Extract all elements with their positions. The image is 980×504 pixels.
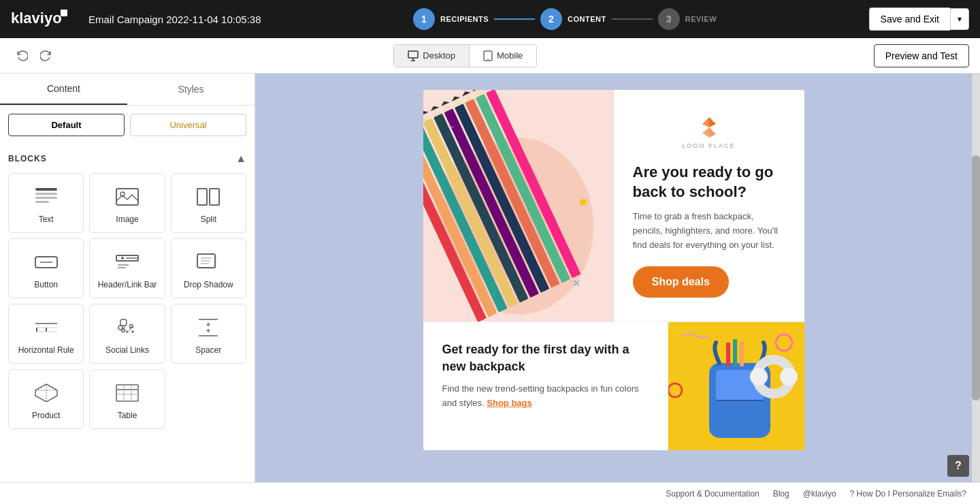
- svg-point-14: [121, 257, 124, 259]
- svg-point-6: [487, 59, 489, 60]
- svg-marker-37: [206, 322, 210, 326]
- block-spacer[interactable]: Spacer: [171, 304, 246, 364]
- svg-rect-89: [726, 343, 730, 366]
- step-3-circle: 3: [658, 8, 680, 30]
- svg-text:~: ~: [447, 120, 455, 133]
- content-area: ~ ×: [255, 74, 972, 482]
- blocks-grid: Text Image: [8, 173, 246, 429]
- save-exit-dropdown-button[interactable]: ▾: [950, 8, 969, 30]
- text-block-label: Text: [39, 215, 54, 224]
- block-text[interactable]: Text: [8, 173, 84, 233]
- scrollbar[interactable]: [972, 74, 980, 482]
- svg-rect-10: [210, 189, 219, 205]
- top-nav-actions: Save and Exit ▾: [869, 7, 969, 31]
- svg-text:×: ×: [573, 277, 581, 290]
- undo-icon: [16, 50, 28, 62]
- svg-marker-73: [450, 94, 460, 101]
- desktop-button[interactable]: Desktop: [394, 45, 469, 67]
- svg-rect-40: [116, 385, 138, 401]
- image-block-icon: [114, 185, 141, 209]
- view-toggle: Default Universal: [0, 106, 255, 144]
- blocks-header: BLOCKS ▲: [8, 153, 246, 165]
- block-button[interactable]: Button: [8, 238, 84, 298]
- svg-point-30: [131, 330, 134, 333]
- block-table[interactable]: Table: [89, 369, 165, 429]
- support-link[interactable]: Support & Documentation: [666, 489, 759, 499]
- svg-marker-71: [429, 104, 439, 111]
- sidebar-tabs: Content Styles: [0, 74, 255, 106]
- logo-text: klaviyo: [11, 8, 72, 31]
- logo-svg: [692, 114, 726, 141]
- svg-rect-1: [61, 10, 67, 16]
- svg-marker-72: [440, 99, 450, 106]
- default-view-button[interactable]: Default: [8, 114, 125, 136]
- hero-body: Time to grab a fresh backpack, pencils, …: [633, 210, 785, 252]
- main-area: Content Styles Default Universal BLOCKS …: [0, 74, 980, 482]
- block-product[interactable]: Product: [8, 369, 84, 429]
- second-heading: Get ready for the first day with a new b…: [442, 341, 649, 375]
- button-block-icon: [33, 250, 60, 274]
- shop-deals-button[interactable]: Shop deals: [633, 266, 729, 298]
- device-toggle: Desktop Mobile: [393, 44, 537, 67]
- backpack-svg: [668, 322, 804, 450]
- svg-marker-39: [206, 330, 210, 333]
- block-social-links[interactable]: Social Links: [89, 304, 165, 364]
- block-image[interactable]: Image: [89, 173, 165, 233]
- image-block-label: Image: [116, 215, 138, 224]
- hero-content: LOGO PLACE Are you ready to go back to s…: [614, 90, 804, 321]
- svg-marker-74: [460, 90, 470, 97]
- step-content: 2 CONTENT: [540, 8, 606, 30]
- step-3-label: REVIEW: [685, 15, 717, 23]
- shop-bags-link[interactable]: Shop bags: [487, 398, 532, 408]
- block-horizontal-rule[interactable]: Horizontal Rule: [8, 304, 84, 364]
- svg-text:klaviyo: klaviyo: [11, 10, 62, 27]
- mobile-button[interactable]: Mobile: [469, 45, 536, 67]
- text-block-icon: [33, 185, 60, 209]
- block-header-link-bar[interactable]: Header/Link Bar: [89, 238, 165, 298]
- help-button[interactable]: ?: [947, 455, 969, 477]
- spacer-block-label: Spacer: [195, 345, 221, 355]
- preview-test-button[interactable]: Preview and Test: [874, 44, 969, 67]
- mobile-icon: [483, 50, 493, 61]
- second-body: Find the new trend-setting backpacks in …: [442, 382, 649, 411]
- personalize-link[interactable]: ? How Do I Personalize Emails?: [850, 489, 966, 499]
- undo-redo-group: [11, 45, 57, 67]
- blog-link[interactable]: Blog: [773, 489, 789, 499]
- block-drop-shadow[interactable]: Drop Shadow: [171, 238, 246, 298]
- logo-place: LOGO PLACE: [633, 114, 785, 149]
- top-nav: klaviyo Email Campaign 2022-11-04 10:05:…: [0, 0, 980, 38]
- universal-view-button[interactable]: Universal: [130, 114, 246, 136]
- blocks-section: BLOCKS ▲ Text: [0, 144, 255, 482]
- save-exit-button[interactable]: Save and Exit: [869, 7, 950, 31]
- hr-block-label: Horizontal Rule: [18, 345, 74, 355]
- spacer-block-icon: [195, 315, 222, 340]
- table-block-label: Table: [118, 411, 137, 420]
- button-block-label: Button: [34, 280, 58, 289]
- redo-icon: [40, 50, 52, 62]
- page-footer: Support & Documentation Blog @klaviyo ? …: [0, 482, 980, 504]
- undo-button[interactable]: [11, 45, 33, 67]
- split-block-label: Split: [201, 215, 216, 224]
- block-split[interactable]: Split: [171, 173, 246, 233]
- connector-2-3: [612, 18, 653, 20]
- email-preview: ~ ×: [423, 90, 804, 450]
- product-block-icon: [33, 381, 60, 405]
- svg-point-32: [121, 329, 125, 332]
- header-block-icon: [114, 250, 141, 274]
- email-hero: ~ ×: [423, 90, 804, 321]
- social-link[interactable]: @klaviyo: [803, 489, 836, 499]
- scrollbar-thumb[interactable]: [972, 155, 980, 400]
- logo-place-text: LOGO PLACE: [682, 142, 735, 149]
- blocks-collapse-button[interactable]: ▲: [235, 153, 246, 165]
- tab-content[interactable]: Content: [0, 74, 127, 105]
- redo-button[interactable]: [35, 45, 57, 67]
- svg-point-33: [129, 325, 133, 328]
- tab-styles[interactable]: Styles: [127, 74, 255, 105]
- svg-rect-7: [116, 189, 138, 205]
- drop-shadow-block-label: Drop Shadow: [184, 280, 233, 289]
- step-2-circle: 2: [540, 8, 562, 30]
- desktop-icon: [408, 50, 419, 61]
- step-1-label: RECIPIENTS: [440, 15, 489, 23]
- table-block-icon: [114, 381, 141, 405]
- svg-rect-2: [408, 51, 418, 58]
